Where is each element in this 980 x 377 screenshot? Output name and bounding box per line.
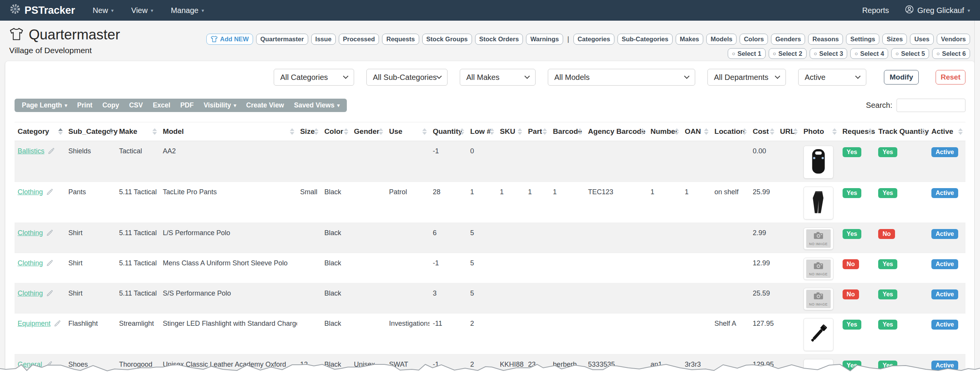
category-link[interactable]: Clothing [18,229,43,237]
photo-thumbnail[interactable]: NO IMAGE [804,227,833,250]
nav-button-stock-groups[interactable]: Stock Groups [422,34,472,45]
edit-pencil-icon[interactable] [48,148,55,156]
column-header-number[interactable]: Number [647,122,682,141]
column-header-track-quantity[interactable]: Track Quantity [875,122,928,141]
scrollbar-track[interactable] [974,21,980,377]
nav-button-reasons[interactable]: Reasons [808,34,843,45]
photo-thumbnail[interactable]: NO IMAGE [804,288,833,310]
toolbar-button-create-view[interactable]: Create View [241,100,289,110]
nav-button-vendors[interactable]: Vendors [937,34,970,45]
nav-button-quartermaster[interactable]: Quartermaster [256,34,308,45]
edit-pencil-icon[interactable] [46,361,52,370]
reports-link[interactable]: Reports [862,6,889,15]
reset-button[interactable]: Reset [936,70,965,84]
toolbar-button-page-length[interactable]: Page Length▾ [17,100,72,110]
sort-arrows-icon [518,128,522,135]
menu-view[interactable]: View▾ [131,6,154,15]
edit-pencil-icon[interactable] [46,229,53,238]
nav-button-settings[interactable]: Settings [846,34,879,45]
sort-down-icon [518,132,522,135]
column-header-active[interactable]: Active [928,122,965,141]
toolbar-button-saved-views[interactable]: Saved Views▾ [289,100,345,110]
user-menu[interactable]: Greg Glickauf ▾ [905,5,970,16]
column-header-cost[interactable]: Cost [750,122,777,141]
select-button-select-1[interactable]: ○Select 1 [728,48,766,59]
menu-new[interactable]: New▾ [93,6,114,15]
modify-button[interactable]: Modify [884,70,919,84]
toolbar-button-copy[interactable]: Copy [97,100,124,110]
nav-button-requests[interactable]: Requests [382,34,419,45]
select-button-select-3[interactable]: ○Select 3 [810,48,848,59]
photo-thumbnail[interactable] [804,359,833,377]
category-link[interactable]: Clothing [18,188,43,196]
column-header-quantity[interactable]: Quantity [430,122,467,141]
menu-manage[interactable]: Manage▾ [171,6,204,15]
column-header-requests[interactable]: Requests [840,122,875,141]
nav-button-stock-orders[interactable]: Stock Orders [475,34,523,45]
nav-button-warnings[interactable]: Warnings [526,34,563,45]
column-header-barcode[interactable]: Barcode [550,122,585,141]
column-header-color[interactable]: Color [321,122,351,141]
column-header-size[interactable]: Size [297,122,321,141]
category-link[interactable]: Ballistics [18,147,44,155]
sort-up-icon [58,128,63,131]
select-button-select-6[interactable]: ○Select 6 [932,48,970,59]
column-header-agency-barcode[interactable]: Agency Barcode [585,122,647,141]
filter-status[interactable]: Active [798,69,866,86]
filter-makes[interactable]: All Makes [460,69,536,86]
cell-agency_barcode: TEC123 [585,182,647,223]
column-header-make[interactable]: Make [116,122,160,141]
nav-button-add-new[interactable]: Add NEW [206,34,253,45]
column-header-location[interactable]: Location [711,122,750,141]
select-button-select-5[interactable]: ○Select 5 [891,48,929,59]
select-button-select-2[interactable]: ○Select 2 [769,48,807,59]
photo-thumbnail[interactable] [804,318,833,351]
filter-models[interactable]: All Models [548,69,695,86]
search-input[interactable] [897,99,965,112]
edit-pencil-icon[interactable] [46,188,53,197]
sort-up-icon [379,128,383,131]
column-header-gender[interactable]: Gender [351,122,386,141]
nav-button-processed[interactable]: Processed [339,34,379,45]
nav-button-makes[interactable]: Makes [676,34,703,45]
select-button-select-4[interactable]: ○Select 4 [850,48,888,59]
filter-departments[interactable]: All Departments [707,69,786,86]
column-header-sub-category[interactable]: Sub_Category [65,122,116,141]
nav-button-sizes[interactable]: Sizes [882,34,907,45]
app-logo[interactable]: PSTracker [10,4,75,17]
column-header-url[interactable]: URL [777,122,800,141]
column-header-oan[interactable]: OAN [682,122,711,141]
nav-button-genders[interactable]: Genders [771,34,805,45]
column-header-sku[interactable]: SKU [497,122,525,141]
nav-button-colors[interactable]: Colors [740,34,768,45]
column-header-use[interactable]: Use [386,122,430,141]
toolbar-button-visibility[interactable]: Visibility▾ [199,100,241,110]
column-header-category[interactable]: Category [15,122,65,141]
filter-sub-categories[interactable]: All Sub-Categories [366,69,448,86]
category-link[interactable]: General [18,361,42,368]
toolbar-button-pdf[interactable]: PDF [175,100,199,110]
column-header-part[interactable]: Part [525,122,550,141]
toolbar-button-csv[interactable]: CSV [124,100,148,110]
category-link[interactable]: Equipment [18,320,51,327]
filter-categories[interactable]: All Categories [274,69,354,86]
column-header-low[interactable]: Low # [467,122,497,141]
column-header-model[interactable]: Model [160,122,297,141]
photo-thumbnail[interactable] [804,187,833,219]
nav-button-models[interactable]: Models [706,34,737,45]
photo-thumbnail[interactable] [804,146,833,179]
edit-pencil-icon[interactable] [46,290,53,299]
toolbar-button-print[interactable]: Print [72,100,98,110]
cell-oan [682,141,711,182]
toolbar-button-excel[interactable]: Excel [148,100,175,110]
nav-button-categories[interactable]: Categories [573,34,614,45]
nav-button-uses[interactable]: Uses [910,34,933,45]
photo-thumbnail[interactable]: NO IMAGE [804,258,833,280]
edit-pencil-icon[interactable] [46,260,53,268]
category-link[interactable]: Clothing [18,289,43,297]
nav-button-sub-categories[interactable]: Sub-Categories [617,34,673,45]
column-header-photo[interactable]: Photo [800,122,840,141]
nav-button-issue[interactable]: Issue [311,34,336,45]
category-link[interactable]: Clothing [18,259,43,267]
edit-pencil-icon[interactable] [54,320,61,329]
